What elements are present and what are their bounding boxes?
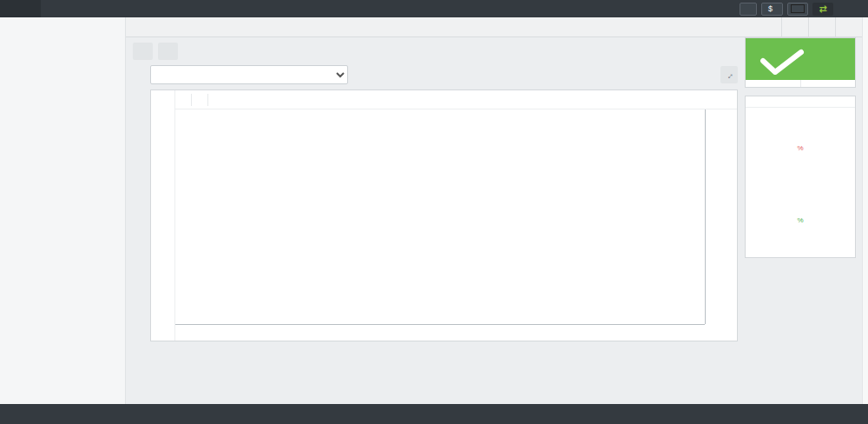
menu-icon[interactable] [0,0,41,17]
rss-icon[interactable] [808,17,835,36]
traders-positions-card: % % [745,96,856,258]
right-panel: % % [745,37,856,404]
symbol-select[interactable] [150,65,348,84]
chart-card [150,89,738,341]
server-datetime [317,17,781,36]
footer [0,404,868,424]
megaphone-icon[interactable] [835,17,862,36]
balance-funds-button[interactable] [158,43,178,60]
avatar[interactable] [847,2,863,16]
language-flag-button[interactable] [787,3,808,16]
quote-card[interactable] [745,37,856,88]
brand-logo[interactable] [41,0,54,17]
chart-toolbar [175,90,737,109]
trading-instruments-button[interactable] [133,43,153,60]
buy-quote[interactable] [800,80,856,87]
sidebar [0,17,126,404]
candlestick-style-button[interactable] [192,90,207,109]
trend-check-icon [746,45,855,80]
positions-title [746,96,855,108]
bottom-tabs [133,384,738,404]
calendar-icon[interactable] [781,17,808,36]
compare-button[interactable] [208,90,227,109]
interval-button[interactable] [175,90,191,109]
exchange-icon[interactable]: ⇄ [812,3,833,16]
sell-quote[interactable] [746,80,800,87]
chart-tools-column [151,90,175,341]
russia-flag-icon [791,4,805,13]
price-axis[interactable] [705,109,737,324]
scrollbar[interactable] [862,17,868,404]
deposit-button[interactable]: $ [761,3,783,16]
time-axis[interactable] [175,324,705,341]
expand-icon[interactable]: ↔ [720,66,738,83]
topbar [126,17,862,37]
chart-plot[interactable] [175,109,705,324]
page-title [126,17,317,36]
sell-donut: % [766,112,834,180]
dollar-icon: $ [768,4,773,13]
indicators-button[interactable] [227,90,247,109]
trader-cabinet-button[interactable] [740,3,757,16]
top-header: $ ⇄ [0,0,868,17]
buy-donut: % [766,184,834,252]
